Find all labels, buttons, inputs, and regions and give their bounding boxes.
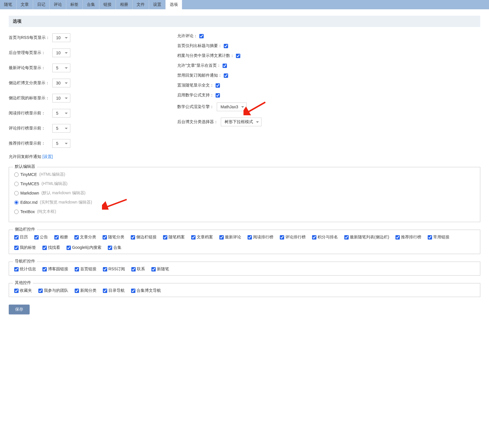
tab-文章[interactable]: 文章 <box>17 0 33 9</box>
other-widgets-legend: 其他控件 <box>13 280 33 285</box>
allow-comment-checkbox[interactable] <box>199 34 204 38</box>
category-selector-select[interactable]: 树形下拉框模式 <box>221 118 261 126</box>
enable-math-label: 启用数学公式支持： <box>177 93 214 98</box>
other-widget-checkbox-3[interactable] <box>103 289 107 293</box>
sidebar-widget-label-6: 随笔档案 <box>169 235 185 240</box>
chevron-down-icon <box>65 113 68 114</box>
sidebar-widget-label-0: 日历 <box>20 235 28 240</box>
sidebar-widget-checkbox-15[interactable] <box>14 246 19 250</box>
sidebar-widget-checkbox-18[interactable] <box>108 246 112 250</box>
nav-widget-checkbox-2[interactable] <box>75 267 79 271</box>
sidebar-widget-checkbox-6[interactable] <box>163 235 167 240</box>
tab-链接[interactable]: 链接 <box>99 0 116 9</box>
sidebar-widget-checkbox-4[interactable] <box>103 235 107 240</box>
sidebar-category-select[interactable]: 30 <box>52 79 70 87</box>
nav-widget-checkbox-3[interactable] <box>103 267 107 271</box>
other-widget-label-1: 我参与的团队 <box>44 288 68 293</box>
editor-name-2: Markdown <box>20 191 39 195</box>
tab-合集[interactable]: 合集 <box>83 0 99 9</box>
sidebar-widget-label-16: 找找看 <box>48 245 60 250</box>
tab-选项[interactable]: 选项 <box>166 0 182 9</box>
other-widget-label-2: 新闻分类 <box>80 288 96 293</box>
other-widgets-fieldset: 其他控件 收藏夹我参与的团队新闻分类目录导航合集博文导航 <box>9 283 480 297</box>
other-widget-label-4: 合集博文导航 <box>137 288 161 293</box>
allow-article-checkbox[interactable] <box>223 64 227 68</box>
disable-reply-mail-label: 禁用回复订阅邮件通知： <box>177 73 222 78</box>
tab-设置[interactable]: 设置 <box>149 0 166 9</box>
sidebar-widget-checkbox-11[interactable] <box>312 235 316 240</box>
pin-fulltext-checkbox[interactable] <box>216 83 220 88</box>
sidebar-widget-checkbox-10[interactable] <box>280 235 284 240</box>
admin-perpage-label: 后台管理每页显示： <box>9 50 52 55</box>
sidebar-widget-label-3: 文章分类 <box>80 235 96 240</box>
recommend-rank-label: 推荐排行榜显示前： <box>9 141 52 146</box>
archive-count-checkbox[interactable] <box>236 54 240 58</box>
tab-评论[interactable]: 评论 <box>50 0 66 9</box>
nav-widget-checkbox-1[interactable] <box>42 267 47 271</box>
nav-widget-label-1: 博客园链接 <box>48 267 68 272</box>
sidebar-widget-checkbox-7[interactable] <box>191 235 196 240</box>
title-summary-checkbox[interactable] <box>224 44 228 48</box>
tab-标签[interactable]: 标签 <box>66 0 83 9</box>
category-selector-label: 后台博文分类选择器： <box>177 119 218 125</box>
sidebar-widget-checkbox-1[interactable] <box>34 235 39 240</box>
title-summary-label: 首页仅列出标题与摘要： <box>177 43 222 48</box>
nav-widget-label-5: 新随笔 <box>157 267 169 272</box>
math-engine-select[interactable]: MathJax3 <box>217 102 247 111</box>
editor-radio-4[interactable] <box>14 210 19 214</box>
tab-相册[interactable]: 相册 <box>116 0 132 9</box>
tab-日记[interactable]: 日记 <box>33 0 50 9</box>
editor-radio-0[interactable] <box>14 172 19 177</box>
sidebar-widget-checkbox-3[interactable] <box>74 235 79 240</box>
sidebar-widget-checkbox-5[interactable] <box>131 235 135 240</box>
allow-comment-label: 允许评论： <box>177 33 198 39</box>
sidebar-widget-label-17: Google站内搜索 <box>72 245 101 250</box>
other-widget-checkbox-4[interactable] <box>131 289 135 293</box>
sidebar-widgets-legend: 侧边栏控件 <box>13 227 37 232</box>
other-widget-checkbox-0[interactable] <box>14 289 19 293</box>
nav-widget-checkbox-5[interactable] <box>151 267 156 271</box>
nav-widgets-legend: 导航栏控件 <box>13 259 37 264</box>
save-button[interactable]: 保存 <box>9 305 30 314</box>
editor-radio-1[interactable] <box>14 182 19 186</box>
other-widget-checkbox-1[interactable] <box>38 289 43 293</box>
comment-rank-select[interactable]: 5 <box>52 124 70 133</box>
chevron-down-icon <box>65 82 68 84</box>
disable-reply-mail-checkbox[interactable] <box>224 73 228 78</box>
sidebar-widget-checkbox-17[interactable] <box>67 246 71 250</box>
admin-perpage-select[interactable]: 10 <box>52 48 70 57</box>
tab-文件[interactable]: 文件 <box>132 0 149 9</box>
other-widget-label-3: 目录导航 <box>108 288 125 293</box>
sidebar-widget-checkbox-9[interactable] <box>248 235 252 240</box>
chevron-down-icon <box>65 52 68 54</box>
chevron-down-icon <box>241 106 244 108</box>
mail-notice-link[interactable]: [设置] <box>42 154 53 159</box>
recommend-rank-select[interactable]: 5 <box>52 139 70 148</box>
editor-radio-3[interactable] <box>14 200 19 205</box>
chevron-down-icon <box>65 128 68 129</box>
sidebar-widget-checkbox-16[interactable] <box>42 246 47 250</box>
sidebar-widget-label-14: 常用链接 <box>433 235 449 240</box>
home-rss-select[interactable]: 10 <box>52 33 70 42</box>
tab-随笔[interactable]: 随笔 <box>0 0 17 9</box>
editor-name-0: TinyMCE <box>20 172 37 177</box>
sidebar-widget-checkbox-13[interactable] <box>395 235 400 240</box>
sidebar-widget-checkbox-0[interactable] <box>14 235 19 240</box>
sidebar-widgets-fieldset: 侧边栏控件 日历公告相册文章分类随笔分类侧边栏链接随笔档案文章档案最新评论阅读排… <box>9 230 480 254</box>
sidebar-widget-checkbox-14[interactable] <box>428 235 432 240</box>
sidebar-widget-checkbox-12[interactable] <box>344 235 349 240</box>
other-widget-checkbox-2[interactable] <box>75 289 79 293</box>
editor-radio-2[interactable] <box>14 191 19 195</box>
sidebar-tags-select[interactable]: 10 <box>52 94 70 102</box>
nav-widget-checkbox-4[interactable] <box>131 267 136 271</box>
comment-rank-label: 评论排行榜显示前： <box>9 126 52 131</box>
read-rank-select[interactable]: 5 <box>52 109 70 118</box>
sidebar-widget-checkbox-8[interactable] <box>219 235 224 240</box>
editor-desc-2: (默认 markdown 编辑器) <box>42 190 86 196</box>
enable-math-checkbox[interactable] <box>216 93 220 98</box>
comment-perpage-select[interactable]: 5 <box>52 64 70 72</box>
nav-widget-label-3: RSS订阅 <box>108 267 125 272</box>
sidebar-widget-checkbox-2[interactable] <box>54 235 59 240</box>
sidebar-widget-label-4: 随笔分类 <box>108 235 124 240</box>
nav-widget-checkbox-0[interactable] <box>14 267 19 271</box>
